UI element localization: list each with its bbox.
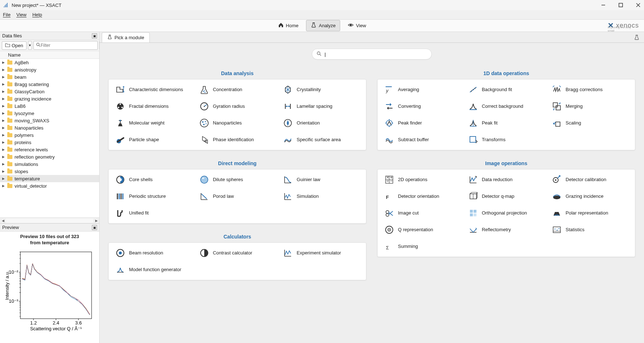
minimize-button[interactable] bbox=[600, 2, 606, 8]
tree-row[interactable]: ▶ Nanoparticles bbox=[0, 124, 99, 131]
tree-expand-icon[interactable]: ▶ bbox=[2, 184, 6, 188]
module-item[interactable]: Detector calibration bbox=[552, 175, 628, 185]
scrollbar-track[interactable] bbox=[6, 219, 93, 223]
open-button[interactable]: Open bbox=[2, 41, 27, 50]
tree-row[interactable]: ▶ temperature bbox=[0, 175, 99, 182]
tree-row[interactable]: ▶ virtual_detector bbox=[0, 182, 99, 189]
module-item[interactable]: Data reduction bbox=[468, 175, 545, 185]
module-search[interactable] bbox=[312, 49, 432, 60]
tree-expand-icon[interactable]: ▶ bbox=[2, 97, 6, 101]
module-item[interactable]: Porod law bbox=[199, 191, 276, 201]
module-item[interactable]: Orthogonal projection bbox=[468, 208, 545, 218]
file-tree[interactable]: ▶ AgBeh▶ anisotropy▶ beam▶ Bragg scatter… bbox=[0, 59, 99, 217]
tab-pick-module[interactable]: Pick a module bbox=[102, 32, 150, 42]
module-item[interactable]: Beam resolution bbox=[115, 248, 192, 258]
toolbar-home[interactable]: Home bbox=[273, 20, 303, 31]
toolbar-view[interactable]: View bbox=[343, 20, 371, 31]
filter-box[interactable] bbox=[33, 41, 98, 50]
tree-row[interactable]: ▶ anisotropy bbox=[0, 66, 99, 73]
tree-expand-icon[interactable]: ▶ bbox=[2, 155, 6, 159]
module-item[interactable]: Molecular weight bbox=[115, 118, 192, 128]
module-item[interactable]: yAveraging bbox=[384, 85, 461, 95]
tree-row[interactable]: ▶ lysozyme bbox=[0, 110, 99, 117]
module-item[interactable]: Image cut bbox=[384, 208, 461, 218]
module-item[interactable]: Peak finder bbox=[384, 118, 461, 128]
module-item[interactable]: Gyration radius bbox=[199, 101, 276, 111]
scroll-left-button[interactable]: ◀ bbox=[0, 218, 6, 223]
module-item[interactable]: Contrast calculator bbox=[199, 248, 276, 258]
tree-expand-icon[interactable]: ▶ bbox=[2, 75, 6, 79]
tree-expand-icon[interactable]: ▶ bbox=[2, 148, 6, 151]
module-item[interactable]: Particle shape bbox=[115, 135, 192, 145]
module-item[interactable]: Transforms bbox=[468, 135, 545, 145]
module-item[interactable]: Polar representation bbox=[552, 208, 628, 218]
tree-row[interactable]: ▶ polymers bbox=[0, 131, 99, 139]
module-item[interactable]: Nanoparticles bbox=[199, 118, 276, 128]
module-item[interactable]: Detector q-map bbox=[468, 191, 545, 201]
tree-expand-icon[interactable]: ▶ bbox=[2, 177, 6, 180]
tree-expand-icon[interactable]: ▶ bbox=[2, 140, 6, 144]
module-item[interactable]: Dilute spheres bbox=[199, 175, 276, 185]
module-item[interactable]: Phase identification bbox=[199, 135, 276, 145]
toolbar-analyze[interactable]: Analyze bbox=[306, 20, 340, 31]
tree-scrollbar[interactable]: ◀ ▶ bbox=[0, 217, 99, 223]
module-item[interactable]: Concentration bbox=[199, 85, 276, 95]
module-item[interactable]: Periodic structure bbox=[115, 191, 192, 201]
tree-expand-icon[interactable]: ▶ bbox=[2, 111, 6, 115]
tree-expand-icon[interactable]: ▶ bbox=[2, 90, 6, 93]
module-item[interactable]: Reflectometry bbox=[468, 225, 545, 235]
tree-row[interactable]: ▶ proteins bbox=[0, 139, 99, 146]
module-item[interactable]: Unified fit bbox=[115, 208, 192, 218]
module-item[interactable]: FDetector orientation bbox=[384, 191, 461, 201]
module-item[interactable]: ΣSumming bbox=[384, 241, 461, 252]
tree-row[interactable]: ▶ beam bbox=[0, 73, 99, 81]
module-item[interactable]: Orientation bbox=[283, 118, 359, 128]
tree-expand-icon[interactable]: ▶ bbox=[2, 170, 6, 173]
module-item[interactable]: Characteristic dimensions bbox=[115, 85, 192, 95]
menu-file[interactable]: File bbox=[3, 12, 11, 17]
module-item[interactable]: ×+÷−2D operations bbox=[384, 175, 461, 185]
module-item[interactable]: Crystallinity bbox=[283, 85, 359, 95]
tree-expand-icon[interactable]: ▶ bbox=[2, 61, 6, 64]
tree-expand-icon[interactable]: ▶ bbox=[2, 162, 6, 166]
module-item[interactable]: Fractal dimensions bbox=[115, 101, 192, 111]
module-item[interactable]: Specific surface area bbox=[283, 135, 359, 145]
module-item[interactable]: Peak fit bbox=[468, 118, 545, 128]
module-item[interactable]: Simulation bbox=[283, 191, 359, 201]
tree-row[interactable]: ▶ simulations bbox=[0, 160, 99, 168]
tree-row[interactable]: ▶ reflection geometry bbox=[0, 153, 99, 160]
module-item[interactable]: Correct background bbox=[468, 101, 545, 111]
tree-expand-icon[interactable]: ▶ bbox=[2, 126, 6, 130]
module-item[interactable]: Background fit bbox=[468, 85, 545, 95]
tree-row[interactable]: ▶ slopes bbox=[0, 168, 99, 175]
panel-popout-button[interactable]: ▣ bbox=[92, 33, 97, 38]
menu-help[interactable]: Help bbox=[32, 12, 42, 17]
tree-expand-icon[interactable]: ▶ bbox=[2, 82, 6, 86]
tree-row[interactable]: ▶ AgBeh bbox=[0, 59, 99, 66]
tree-expand-icon[interactable]: ▶ bbox=[2, 119, 6, 122]
scroll-right-button[interactable]: ▶ bbox=[93, 218, 99, 223]
module-item[interactable]: Experiment simulator bbox=[283, 248, 359, 258]
tree-row[interactable]: ▶ grazing incidence bbox=[0, 95, 99, 102]
module-item[interactable]: Guinier law bbox=[283, 175, 359, 185]
maximize-button[interactable] bbox=[618, 2, 624, 8]
tree-row[interactable]: ▶ reference levels bbox=[0, 146, 99, 153]
module-search-input[interactable] bbox=[325, 52, 427, 57]
module-item[interactable]: Grazing incidence bbox=[552, 191, 628, 201]
module-item[interactable]: Core shells bbox=[115, 175, 192, 185]
module-item[interactable]: Scaling bbox=[552, 118, 628, 128]
module-item[interactable]: Q representation bbox=[384, 225, 461, 235]
module-item[interactable]: Subtract buffer bbox=[384, 135, 461, 145]
tree-row[interactable]: ▶ moving_SWAXS bbox=[0, 117, 99, 124]
tree-row[interactable]: ▶ LaB6 bbox=[0, 102, 99, 110]
module-item[interactable]: Converting bbox=[384, 101, 461, 111]
module-item[interactable]: Bragg corrections bbox=[552, 85, 628, 95]
open-dropdown-button[interactable]: ▼ bbox=[28, 41, 32, 50]
module-item[interactable]: Statistics bbox=[552, 225, 628, 235]
tree-expand-icon[interactable]: ▶ bbox=[2, 133, 6, 137]
menu-view[interactable]: View bbox=[16, 12, 27, 17]
module-item[interactable]: Model function generator bbox=[115, 265, 192, 275]
module-item[interactable]: Lamellar spacing bbox=[283, 101, 359, 111]
tree-expand-icon[interactable]: ▶ bbox=[2, 68, 6, 72]
tree-row[interactable]: ▶ GlassyCarbon bbox=[0, 88, 99, 95]
